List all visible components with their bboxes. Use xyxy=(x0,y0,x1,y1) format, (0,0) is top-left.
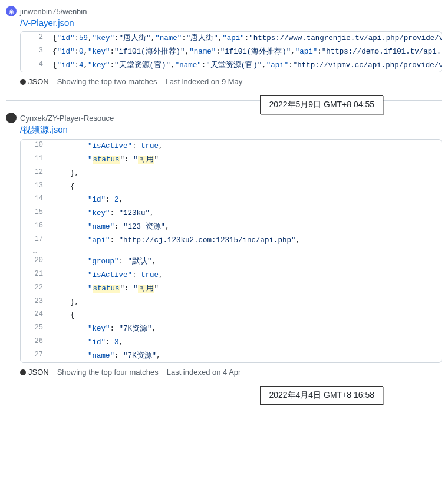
code-table: 2{"id":59,"key":"唐人街","name":"唐人街","api"… xyxy=(21,32,442,72)
line-code: "group": "默认", xyxy=(49,255,442,269)
code-line[interactable]: 11 "status": "可用" xyxy=(21,153,442,167)
code-preview: 2{"id":59,"key":"唐人街","name":"唐人街","api"… xyxy=(20,31,442,72)
code-line[interactable]: 16 "name": "123 资源", xyxy=(21,220,442,234)
line-code: {"id":4,"key":"天堂资源(官)","name":"天堂资源(官)"… xyxy=(49,59,442,72)
line-number: 23 xyxy=(21,296,49,309)
repo-name[interactable]: Cynxek/ZY-Player-Resouce xyxy=(20,114,114,123)
code-line[interactable]: 12 }, xyxy=(21,167,442,180)
line-number: 21 xyxy=(21,269,49,282)
code-table: 10 "isActive": true,11 "status": "可用"12 … xyxy=(21,140,442,362)
code-line[interactable]: 25 "key": "7K资源", xyxy=(21,322,442,336)
line-number: 4 xyxy=(21,59,49,72)
line-number: 15 xyxy=(21,207,49,220)
code-line[interactable]: 20 "group": "默认", xyxy=(21,255,442,269)
line-code: "name": "7K资源", xyxy=(49,349,442,363)
discord-avatar-icon: ◉ xyxy=(6,6,17,16)
language-badge: JSON xyxy=(20,77,49,86)
line-code: "key": "7K资源", xyxy=(49,322,442,336)
line-code: "api": "http://cj.123ku2.com:12315/inc/a… xyxy=(49,234,442,247)
line-number: 14 xyxy=(21,193,49,207)
line-number: 25 xyxy=(21,322,49,336)
line-number: 11 xyxy=(21,153,49,167)
dot-icon xyxy=(20,79,26,85)
line-code: {"id":59,"key":"唐人街","name":"唐人街","api":… xyxy=(49,32,442,45)
line-number: 3 xyxy=(21,45,49,59)
search-result: Cynxek/ZY-Player-Resouce/视频源.json10 "isA… xyxy=(6,113,442,391)
code-line[interactable]: 4{"id":4,"key":"天堂资源(官)","name":"天堂资源(官)… xyxy=(21,59,442,72)
code-line[interactable]: 17 "api": "http://cj.123ku2.com:12315/in… xyxy=(21,234,442,247)
code-line[interactable]: 26 "id": 3, xyxy=(21,336,442,349)
dark-avatar-icon xyxy=(6,113,17,123)
code-line[interactable]: 15 "key": "123ku", xyxy=(21,207,442,220)
line-code: { xyxy=(49,180,442,194)
line-number: 20 xyxy=(21,255,49,269)
line-number: 13 xyxy=(21,180,49,194)
line-number: 24 xyxy=(21,309,49,322)
line-number: 16 xyxy=(21,220,49,234)
line-code: "isActive": true, xyxy=(49,269,442,282)
indexed-date: Last indexed on 9 May xyxy=(166,77,243,86)
code-line[interactable]: 3{"id":0,"key":"if101(海外推荐)","name":"if1… xyxy=(21,45,442,59)
line-number: 2 xyxy=(21,32,49,45)
code-line[interactable]: 2{"id":59,"key":"唐人街","name":"唐人街","api"… xyxy=(21,32,442,45)
matches-count: Showing the top four matches xyxy=(57,368,159,377)
timestamp-annotation: 2022年5月9日 GMT+8 04:55 xyxy=(260,95,383,114)
dot-icon xyxy=(20,369,26,375)
line-code: "id": 2, xyxy=(49,193,442,207)
line-number: 22 xyxy=(21,282,49,296)
code-line[interactable]: 22 "status": "可用" xyxy=(21,282,442,296)
repo-name[interactable]: jinwenbin75/wenbin xyxy=(20,7,87,16)
line-code: }, xyxy=(49,167,442,180)
indexed-date: Last indexed on 4 Apr xyxy=(167,368,241,377)
line-number: 10 xyxy=(21,140,49,153)
file-link[interactable]: /视频源.json xyxy=(20,124,68,136)
repo-header: ◉jinwenbin75/wenbin xyxy=(6,6,442,16)
line-code: "isActive": true, xyxy=(49,140,442,153)
line-code: "id": 3, xyxy=(49,336,442,349)
line-number: 26 xyxy=(21,336,49,349)
result-footer: JSONShowing the top two matchesLast inde… xyxy=(20,77,442,86)
line-code: }, xyxy=(49,296,442,309)
line-number: 17 xyxy=(21,234,49,247)
collapsed-lines[interactable]: … xyxy=(21,247,442,255)
matches-count: Showing the top two matches xyxy=(57,77,157,86)
timestamp-annotation: 2022年4月4日 GMT+8 16:58 xyxy=(260,386,383,405)
result-footer: JSONShowing the top four matchesLast ind… xyxy=(20,368,442,377)
line-code: "key": "123ku", xyxy=(49,207,442,220)
search-result: ◉jinwenbin75/wenbin/V-Player.json2{"id":… xyxy=(6,6,442,101)
line-number: 12 xyxy=(21,167,49,180)
line-code: { xyxy=(49,309,442,322)
code-preview: 10 "isActive": true,11 "status": "可用"12 … xyxy=(20,139,442,363)
line-code: {"id":0,"key":"if101(海外推荐)","name":"if10… xyxy=(49,45,442,59)
code-line[interactable]: 23 }, xyxy=(21,296,442,309)
language-badge: JSON xyxy=(20,368,49,377)
line-code: "status": "可用" xyxy=(49,153,442,167)
code-line[interactable]: 27 "name": "7K资源", xyxy=(21,349,442,363)
line-code: "name": "123 资源", xyxy=(49,220,442,234)
repo-header: Cynxek/ZY-Player-Resouce xyxy=(6,113,260,123)
line-number: 27 xyxy=(21,349,49,363)
code-line[interactable]: 14 "id": 2, xyxy=(21,193,442,207)
code-line[interactable]: 21 "isActive": true, xyxy=(21,269,442,282)
code-line[interactable]: 24 { xyxy=(21,309,442,322)
code-line[interactable]: 13 { xyxy=(21,180,442,194)
code-line[interactable]: 10 "isActive": true, xyxy=(21,140,442,153)
file-link[interactable]: /V-Player.json xyxy=(20,18,74,28)
line-code: "status": "可用" xyxy=(49,282,442,296)
